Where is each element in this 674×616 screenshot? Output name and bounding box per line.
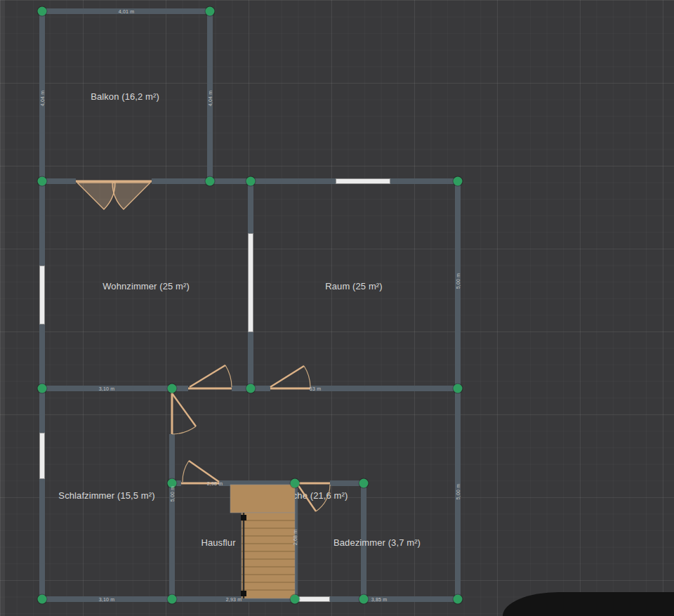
corner-node[interactable] [38, 177, 47, 186]
dimension-label: 4,01 m [119, 9, 135, 14]
door-raum[interactable] [270, 366, 310, 388]
corner-node[interactable] [454, 384, 463, 393]
corner-node[interactable] [168, 595, 177, 604]
corner-node[interactable] [206, 7, 215, 16]
dimension-label: 3,85 m [371, 597, 388, 602]
stairs-run [242, 513, 295, 598]
door-leaf [270, 366, 304, 387]
corner-node[interactable] [359, 479, 369, 488]
door-arc [172, 426, 196, 434]
corner-node[interactable] [291, 595, 300, 604]
balcony-double-door[interactable] [76, 181, 152, 209]
corner-node[interactable] [38, 7, 47, 16]
corner-node[interactable] [246, 177, 256, 186]
door-leaf [189, 461, 219, 482]
corner-node[interactable] [359, 595, 369, 604]
dimension-label: 5,00 m [456, 273, 461, 289]
door-leaf [298, 485, 316, 511]
corner-node[interactable] [246, 384, 256, 393]
staircase[interactable] [230, 485, 295, 598]
door-arc [183, 461, 189, 482]
door-leaf [172, 393, 196, 426]
dimension-label: 4,04 m [40, 91, 45, 107]
floorplan-canvas[interactable]: Balkon (16,2 m²) Wohnzimmer (25 m²) Raum… [0, 0, 674, 616]
corner-node[interactable] [454, 595, 463, 604]
door-schlafzimmer[interactable] [172, 392, 196, 434]
dimension-label: 53 m [310, 386, 321, 391]
dimension-label: 4,04 m [208, 91, 213, 107]
dimension-label: 5,00 m [170, 486, 175, 502]
door-badezimmer[interactable] [298, 483, 330, 511]
corner-node[interactable] [38, 384, 47, 393]
dimension-label: 2,68 m [293, 530, 298, 546]
door-arc [316, 485, 330, 511]
door-leaf [77, 183, 115, 209]
dimension-label: 3,10 m [99, 597, 115, 602]
stairs-post [241, 591, 246, 596]
corner-node[interactable] [291, 479, 300, 488]
dimension-label: 3,10 m [99, 386, 115, 391]
dimension-label: 2,93 m [226, 597, 242, 602]
corner-overlay [503, 592, 674, 616]
door-leaf [112, 183, 150, 209]
door-arc [225, 365, 232, 387]
dimension-label: 5,00 m [456, 484, 461, 500]
corner-node[interactable] [38, 595, 47, 604]
door-leaf [190, 365, 225, 387]
corner-node[interactable] [168, 384, 177, 393]
door-kueche[interactable] [181, 461, 219, 483]
stairs-landing [230, 485, 295, 513]
corner-node[interactable] [454, 177, 463, 186]
dimension-label: 2,98 m [207, 481, 223, 486]
door-arc [304, 366, 310, 387]
door-wohnzimmer[interactable] [188, 365, 232, 388]
stairs-post [241, 515, 246, 520]
corner-node[interactable] [206, 177, 215, 186]
